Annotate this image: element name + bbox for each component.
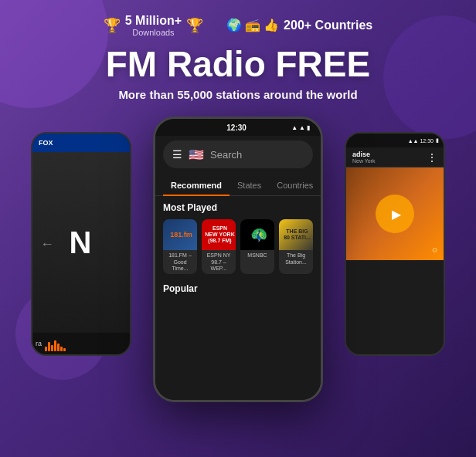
wave-bar-2 (48, 342, 50, 351)
phone-center-main: 12:30 ▲ ▲ ▮ ☰ 🇺🇸 Search Recommend States… (153, 117, 323, 402)
right-status-bar: ▲▲ 12:30 ▮ (346, 134, 444, 147)
fox-letter-n: N (70, 225, 94, 260)
status-bar: 12:30 ▲ ▲ ▮ (155, 119, 321, 136)
radio-card-msnbc[interactable]: 🦚 MSNBC (240, 219, 274, 274)
right-header: adise New York ⋮ (346, 147, 444, 168)
radio-card-espn[interactable]: ESPNNEW YORK(98.7 FM) ESPN NY 98.7 –WEP.… (202, 219, 236, 274)
badge-icons: 🌍 📻 👍 (226, 18, 279, 32)
back-arrow-icon: ← (40, 236, 54, 252)
status-time: 12:30 (226, 124, 246, 132)
laurel-left-icon: 🏆 (104, 17, 121, 34)
countries-count: 200+ Countries (284, 19, 372, 32)
flag-icon: 🇺🇸 (189, 147, 204, 162)
right-screen: ▲▲ 12:30 ▮ adise New York ⋮ ▶ o (346, 134, 444, 354)
search-input[interactable]: Search (210, 149, 242, 161)
radio-name-espn: ESPN NY 98.7 –WEP... (202, 250, 236, 274)
battery-icon: ▮ (307, 124, 310, 131)
popular-title: Popular (163, 283, 313, 294)
radio-thumb-msnbc: 🦚 (240, 219, 274, 250)
fox-bottom-text: ra (36, 340, 42, 347)
radio-card-181fm[interactable]: 181.fm 181.FM – Good Time... (163, 219, 197, 274)
phones-container: FOX N ra ← ▲▲ 1 (0, 117, 476, 402)
radio-label-bigstation: THE BIG80 STATI... (284, 228, 311, 242)
wave-form (45, 336, 66, 351)
fox-header: FOX (32, 134, 130, 152)
radio-thumb-espn: ESPNNEW YORK(98.7 FM) (202, 219, 236, 250)
globe-icon: 🌍 (226, 18, 242, 32)
radio-thumb-bigstation: THE BIG80 STATI... (279, 219, 313, 250)
most-played-title: Most Played (163, 202, 313, 213)
laurel-right-icon: 🏆 (186, 17, 203, 34)
phone-left: FOX N ra ← (31, 132, 131, 356)
wave-bar-5 (57, 344, 60, 351)
right-station-location: New York (352, 158, 376, 164)
more-options-icon[interactable]: ⋮ (427, 151, 437, 164)
fox-logo: FOX (39, 139, 53, 147)
right-battery: ▮ (436, 137, 439, 144)
radio-label-181fm: 181.fm (170, 231, 192, 239)
tabs-row: Recommend States Countries Langua... (155, 176, 321, 196)
right-time: ▲▲ 12:30 (408, 138, 434, 144)
main-title: FM Radio FREE (0, 45, 476, 84)
status-icons: ▲ ▲ ▮ (291, 124, 310, 131)
thumbsup-icon: 👍 (264, 18, 279, 32)
radio-name-msnbc: MSNBC (240, 250, 274, 261)
wave-bar-6 (60, 347, 63, 351)
album-art: ▶ o (346, 168, 444, 260)
wave-bar-4 (54, 340, 56, 351)
radio-grid: 181.fm 181.FM – Good Time... ESPNNEW YOR… (163, 219, 313, 274)
countries-badge: 🌍 📻 👍 200+ Countries (226, 18, 372, 32)
right-header-info: adise New York (352, 151, 376, 164)
hamburger-icon[interactable]: ☰ (172, 148, 182, 161)
peacock-icon: 🦚 (250, 226, 267, 243)
radio-name-181fm: 181.FM – Good Time... (163, 250, 197, 274)
play-button-icon[interactable]: ▶ (376, 195, 414, 233)
downloads-badge: 🏆 5 Million+ Downloads 🏆 (104, 14, 203, 37)
wave-bar-7 (63, 348, 66, 351)
fox-bottom: ra (32, 333, 130, 354)
content-area: Most Played 181.fm 181.FM – Good Time...… (155, 196, 321, 400)
downloads-count: 5 Million+ (125, 14, 182, 28)
badge-row: 🏆 5 Million+ Downloads 🏆 🌍 📻 👍 200+ Coun… (0, 14, 476, 37)
radio-name-bigstation: The Big Station... (279, 250, 313, 268)
right-station-name: adise (352, 151, 376, 158)
radio-card-bigstation[interactable]: THE BIG80 STATI... The Big Station... (279, 219, 313, 274)
tab-countries[interactable]: Countries (269, 176, 321, 195)
tab-recommend[interactable]: Recommend (163, 176, 230, 196)
station-label-overlay: o (432, 245, 437, 254)
subtitle: More than 55,000 stations around the wor… (0, 88, 476, 101)
wave-bar-1 (45, 347, 47, 351)
radio-label-espn: ESPNNEW YORK(98.7 FM) (205, 225, 234, 245)
radio-icon: 📻 (245, 18, 260, 32)
play-icon: ▶ (392, 207, 401, 222)
tab-states[interactable]: States (230, 176, 269, 195)
search-bar[interactable]: ☰ 🇺🇸 Search (163, 140, 313, 168)
phone-screen: 12:30 ▲ ▲ ▮ ☰ 🇺🇸 Search Recommend States… (155, 119, 321, 400)
wave-bar-3 (51, 345, 53, 351)
phone-right: ▲▲ 12:30 ▮ adise New York ⋮ ▶ o (345, 132, 445, 356)
downloads-label: Downloads (125, 28, 182, 37)
wifi-icon: ▲ (299, 124, 305, 131)
countries-badge-text: 200+ Countries (284, 19, 372, 32)
radio-thumb-181fm: 181.fm (163, 219, 197, 250)
downloads-badge-text: 5 Million+ Downloads (125, 14, 182, 37)
signal-icon: ▲ (291, 124, 298, 131)
header: 🏆 5 Million+ Downloads 🏆 🌍 📻 👍 200+ Coun… (0, 0, 476, 101)
